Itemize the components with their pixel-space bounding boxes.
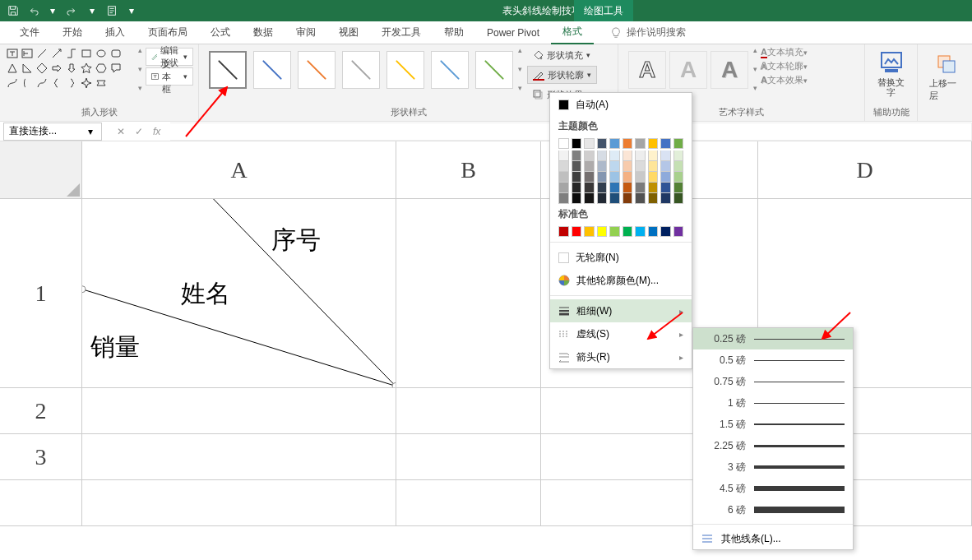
- color-swatch[interactable]: [558, 161, 569, 172]
- color-swatch[interactable]: [572, 161, 582, 172]
- shape-connector-icon[interactable]: [66, 48, 79, 61]
- row-header-3[interactable]: 3: [0, 434, 82, 480]
- style-swatch[interactable]: [298, 51, 336, 89]
- color-swatch[interactable]: [673, 172, 684, 183]
- tab-format[interactable]: 格式: [551, 21, 594, 44]
- color-swatch[interactable]: [635, 138, 646, 149]
- color-swatch[interactable]: [660, 193, 671, 204]
- undo-icon[interactable]: [25, 2, 41, 19]
- color-swatch[interactable]: [609, 193, 620, 204]
- color-swatch[interactable]: [660, 183, 671, 193]
- save-icon[interactable]: [5, 2, 21, 19]
- style-swatch[interactable]: [386, 51, 424, 89]
- color-swatch[interactable]: [584, 172, 595, 183]
- wordart-swatch[interactable]: A: [710, 51, 748, 89]
- shape-line-arrow-icon[interactable]: [51, 48, 64, 61]
- gallery-down-icon[interactable]: ▾: [518, 65, 522, 73]
- color-swatch[interactable]: [635, 183, 646, 193]
- color-swatch[interactable]: [623, 183, 633, 193]
- color-swatch[interactable]: [673, 138, 684, 149]
- gallery-up-icon[interactable]: ▴: [518, 46, 522, 54]
- shape-gallery[interactable]: [5, 46, 140, 92]
- color-swatch[interactable]: [660, 150, 671, 161]
- theme-shade-row[interactable]: [550, 172, 692, 183]
- shape-line-icon[interactable]: [36, 48, 49, 61]
- shape-callout-icon[interactable]: [110, 62, 123, 76]
- weight-option[interactable]: 4.5 磅: [693, 478, 853, 499]
- menu-item-arrows[interactable]: 箭头(R) ▸: [550, 345, 692, 368]
- color-swatch[interactable]: [609, 150, 620, 161]
- shape-arrow-down-icon[interactable]: [66, 62, 79, 76]
- color-swatch[interactable]: [597, 226, 608, 237]
- shape-bracket-icon[interactable]: [21, 77, 35, 90]
- color-swatch[interactable]: [572, 138, 582, 149]
- color-swatch[interactable]: [648, 150, 659, 161]
- color-swatch[interactable]: [572, 193, 582, 204]
- contextual-tab-drawing-tools[interactable]: 绘图工具: [574, 0, 633, 21]
- shape-diamond-icon[interactable]: [36, 62, 49, 76]
- color-swatch[interactable]: [609, 183, 620, 193]
- menu-item-more-colors[interactable]: 其他轮廓颜色(M)...: [550, 269, 692, 292]
- alt-text-button[interactable]: 替换文字: [870, 46, 912, 100]
- color-swatch[interactable]: [572, 150, 582, 161]
- tab-data[interactable]: 数据: [242, 21, 285, 44]
- redo-icon[interactable]: [64, 2, 81, 19]
- name-box[interactable]: 直接连接... ▾: [3, 123, 102, 141]
- tab-formulas[interactable]: 公式: [199, 21, 242, 44]
- tab-home[interactable]: 开始: [51, 21, 94, 44]
- color-swatch[interactable]: [623, 193, 633, 204]
- color-swatch[interactable]: [623, 138, 633, 149]
- cell-b1[interactable]: [396, 199, 541, 388]
- text-effects-button[interactable]: A文本效果▾: [761, 74, 808, 86]
- shape-star-icon[interactable]: [81, 62, 94, 76]
- style-swatch[interactable]: [431, 51, 469, 89]
- weight-more-lines[interactable]: 其他线条(L)...: [693, 528, 853, 549]
- shape-textbox-icon[interactable]: [7, 48, 20, 61]
- color-swatch[interactable]: [635, 193, 646, 204]
- color-swatch[interactable]: [609, 226, 620, 237]
- qat-customize-icon[interactable]: ▾: [123, 2, 140, 19]
- style-swatch[interactable]: [342, 51, 380, 89]
- wordart-swatch[interactable]: A: [669, 51, 707, 89]
- shape-arrow-right-icon[interactable]: [51, 62, 64, 76]
- standard-color-row[interactable]: [550, 224, 692, 238]
- tab-review[interactable]: 审阅: [285, 21, 327, 44]
- shape-ribbon-icon[interactable]: [95, 77, 109, 90]
- color-swatch[interactable]: [572, 172, 582, 183]
- color-swatch[interactable]: [635, 172, 646, 183]
- color-swatch[interactable]: [558, 193, 569, 204]
- cancel-icon[interactable]: ✕: [117, 126, 125, 137]
- cell-a2[interactable]: [82, 388, 396, 434]
- color-swatch[interactable]: [584, 150, 595, 161]
- color-swatch[interactable]: [597, 193, 608, 204]
- tell-me-search[interactable]: 操作说明搜索: [610, 25, 686, 39]
- shape-roundrect-icon[interactable]: [110, 48, 123, 61]
- color-swatch[interactable]: [597, 183, 608, 193]
- color-swatch[interactable]: [635, 150, 646, 161]
- shape-rtriangle-icon[interactable]: [21, 62, 35, 76]
- theme-color-row[interactable]: [550, 137, 692, 150]
- color-swatch[interactable]: [623, 150, 633, 161]
- color-swatch[interactable]: [584, 183, 595, 193]
- weight-option[interactable]: 3 磅: [693, 456, 853, 478]
- tab-powerpivot[interactable]: Power Pivot: [475, 21, 551, 44]
- color-swatch[interactable]: [648, 172, 659, 183]
- gallery-up-icon[interactable]: ▴: [138, 46, 142, 54]
- shape-fill-button[interactable]: 形状填充 ▾: [527, 46, 597, 64]
- shape-hexagon-icon[interactable]: [95, 62, 109, 76]
- cell-a1[interactable]: 序号 姓名 销量: [82, 199, 396, 388]
- row-header-blank[interactable]: [0, 480, 82, 526]
- color-swatch[interactable]: [584, 161, 595, 172]
- gallery-more-icon[interactable]: ▾: [518, 84, 522, 92]
- tab-view[interactable]: 视图: [327, 21, 370, 44]
- weight-option[interactable]: 0.5 磅: [693, 349, 853, 371]
- color-swatch[interactable]: [673, 193, 684, 204]
- shape-style-gallery[interactable]: [204, 46, 518, 94]
- weight-option[interactable]: 6 磅: [693, 499, 853, 521]
- color-swatch[interactable]: [673, 226, 684, 237]
- cell-b2[interactable]: [396, 388, 541, 434]
- gallery-up-icon[interactable]: ▴: [753, 46, 757, 54]
- color-swatch[interactable]: [673, 183, 684, 193]
- shape-curve-icon[interactable]: [36, 77, 49, 90]
- color-swatch[interactable]: [660, 138, 671, 149]
